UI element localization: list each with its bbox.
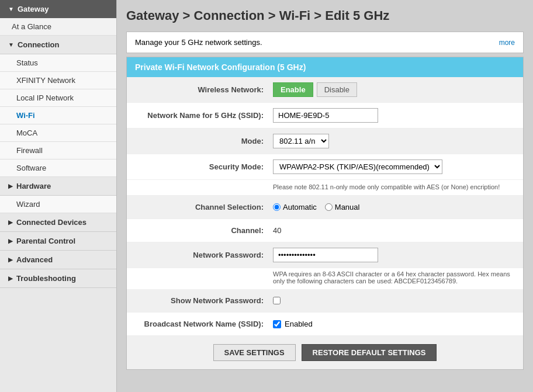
channel-selection-label: Channel Selection:	[139, 203, 273, 211]
broadcast-checkbox[interactable]	[273, 320, 281, 328]
sidebar-local-ip-label: Local IP Network	[16, 93, 74, 102]
sidebar-firewall[interactable]: Firewall	[0, 142, 116, 159]
advanced-arrow-icon: ▶	[8, 256, 13, 263]
password-note: WPA requires an 8-63 ASCII character or …	[127, 268, 523, 289]
more-link[interactable]: more	[499, 39, 515, 47]
security-note-text: Please note 802.11 n-only mode only comp…	[273, 183, 500, 190]
enable-button[interactable]: Enable	[273, 82, 313, 97]
sidebar-wizard[interactable]: Wizard	[0, 196, 116, 213]
sidebar-xfinity-label: XFINITY Network	[16, 76, 75, 85]
security-mode-row: Security Mode: WPAWPA2-PSK (TKIP/AES)(re…	[127, 154, 523, 180]
info-description: Manage your 5 GHz network settings.	[135, 38, 262, 47]
ssid-row: Network Name for 5 GHz (SSID):	[127, 103, 523, 129]
disable-button[interactable]: Disable	[317, 82, 357, 97]
show-password-row: Show Network Password:	[127, 289, 523, 313]
sidebar-wifi-label: Wi-Fi	[16, 111, 35, 120]
sidebar-moca[interactable]: MoCA	[0, 124, 116, 142]
hardware-arrow-icon: ▶	[8, 183, 13, 189]
security-note: Please note 802.11 n-only mode only comp…	[127, 182, 523, 196]
security-mode-label: Security Mode:	[139, 162, 273, 171]
action-row: SAVE SETTINGS RESTORE DEFAULT SETTINGS	[127, 336, 523, 369]
channel-manual-radio[interactable]	[325, 203, 333, 211]
security-mode-control: WPAWPA2-PSK (TKIP/AES)(recommended) WPA2…	[273, 159, 442, 174]
sidebar-moca-label: MoCA	[16, 129, 37, 137]
channel-auto-text: Automatic	[283, 203, 317, 211]
network-password-label: Network Password:	[139, 251, 273, 259]
wireless-network-row: Wireless Network: Enable Disable	[127, 77, 523, 103]
channel-auto-label[interactable]: Automatic	[273, 203, 317, 211]
sidebar-advanced[interactable]: ▶ Advanced	[0, 251, 116, 269]
network-password-control	[273, 248, 378, 262]
channel-manual-label[interactable]: Manual	[325, 203, 360, 211]
channel-label: Channel:	[139, 226, 273, 235]
password-note-text: WPA requires an 8-63 ASCII character or …	[273, 270, 510, 285]
section-header: Private Wi-Fi Network Configuration (5 G…	[127, 57, 523, 77]
channel-row: Channel: 40	[127, 219, 523, 242]
sidebar-gateway-label: Gateway	[18, 5, 49, 13]
sidebar-gateway[interactable]: ▼ Gateway	[0, 0, 116, 18]
sidebar-connected-devices[interactable]: ▶ Connected Devices	[0, 213, 116, 232]
show-password-control	[273, 297, 281, 304]
main-content: Gateway > Connection > Wi-Fi > Edit 5 GH…	[117, 0, 533, 392]
connection-arrow-icon: ▼	[8, 41, 14, 48]
sidebar-status-label: Status	[16, 58, 38, 67]
save-settings-button[interactable]: SAVE SETTINGS	[213, 344, 296, 361]
wireless-network-controls: Enable Disable	[273, 82, 357, 97]
broadcast-label: Broadcast Network Name (SSID):	[139, 320, 273, 328]
sidebar-troubleshooting[interactable]: ▶ Troubleshooting	[0, 269, 116, 288]
sidebar-xfinity-network[interactable]: XFINITY Network	[0, 72, 116, 89]
broadcast-control: Enabled	[273, 320, 313, 328]
network-password-input[interactable]	[273, 248, 378, 262]
page-title: Gateway > Connection > Wi-Fi > Edit 5 GH…	[126, 8, 524, 23]
sidebar-advanced-label: Advanced	[16, 255, 53, 264]
broadcast-enabled-text: Enabled	[285, 320, 313, 328]
connected-devices-arrow-icon: ▶	[8, 219, 13, 226]
wireless-network-label: Wireless Network:	[139, 85, 273, 94]
mode-select[interactable]: 802.11 a/n 802.11 a 802.11 n	[273, 134, 329, 148]
network-password-row: Network Password:	[127, 242, 523, 268]
ssid-control	[273, 108, 378, 123]
sidebar-at-a-glance-label: At a Glance	[12, 22, 51, 31]
config-box: Private Wi-Fi Network Configuration (5 G…	[126, 57, 524, 370]
mode-label: Mode:	[139, 137, 273, 145]
sidebar-parental-control[interactable]: ▶ Parental Control	[0, 232, 116, 251]
sidebar-parental-label: Parental Control	[16, 237, 75, 245]
broadcast-enabled-label[interactable]: Enabled	[273, 320, 313, 328]
channel-value-area: 40	[273, 226, 281, 235]
sidebar-connected-devices-label: Connected Devices	[16, 218, 86, 227]
gateway-arrow-icon: ▼	[8, 6, 14, 12]
channel-manual-text: Manual	[335, 203, 360, 211]
channel-value: 40	[273, 226, 281, 235]
sidebar-troubleshooting-label: Troubleshooting	[16, 274, 76, 283]
sidebar-software-label: Software	[16, 164, 46, 172]
sidebar-local-ip-network[interactable]: Local IP Network	[0, 89, 116, 107]
sidebar: ▼ Gateway At a Glance ▼ Connection Statu…	[0, 0, 117, 392]
sidebar-wizard-label: Wizard	[16, 200, 40, 209]
parental-arrow-icon: ▶	[8, 238, 13, 244]
channel-selection-row: Channel Selection: Automatic Manual	[127, 196, 523, 219]
channel-selection-control: Automatic Manual	[273, 203, 359, 211]
section-title: Private Wi-Fi Network Configuration (5 G…	[135, 63, 306, 72]
sidebar-connection[interactable]: ▼ Connection	[0, 36, 116, 54]
sidebar-hardware[interactable]: ▶ Hardware	[0, 177, 116, 196]
mode-row: Mode: 802.11 a/n 802.11 a 802.11 n	[127, 129, 523, 154]
sidebar-wifi[interactable]: Wi-Fi	[0, 107, 116, 124]
restore-defaults-button[interactable]: RESTORE DEFAULT SETTINGS	[302, 344, 437, 361]
sidebar-firewall-label: Firewall	[16, 146, 43, 155]
mode-control: 802.11 a/n 802.11 a 802.11 n	[273, 134, 329, 148]
ssid-label: Network Name for 5 GHz (SSID):	[139, 111, 273, 120]
troubleshooting-arrow-icon: ▶	[8, 275, 13, 282]
sidebar-software[interactable]: Software	[0, 159, 116, 177]
sidebar-hardware-label: Hardware	[16, 182, 51, 190]
sidebar-status[interactable]: Status	[0, 54, 116, 72]
ssid-input[interactable]	[273, 108, 378, 123]
broadcast-row: Broadcast Network Name (SSID): Enabled	[127, 313, 523, 336]
info-bar: Manage your 5 GHz network settings. more	[126, 32, 524, 53]
show-password-checkbox[interactable]	[273, 297, 281, 304]
sidebar-connection-label: Connection	[18, 40, 60, 49]
channel-auto-radio[interactable]	[273, 203, 281, 211]
show-password-label: Show Network Password:	[139, 296, 273, 305]
security-select[interactable]: WPAWPA2-PSK (TKIP/AES)(recommended) WPA2…	[273, 159, 442, 174]
sidebar-at-a-glance[interactable]: At a Glance	[0, 18, 116, 36]
